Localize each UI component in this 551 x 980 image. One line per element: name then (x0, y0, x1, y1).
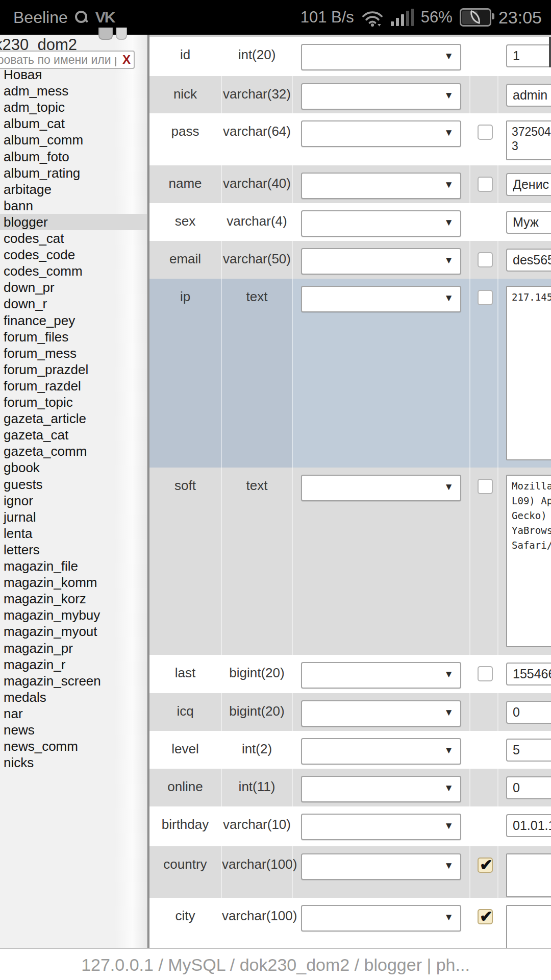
table-row: sex varchar(4) ▼ (149, 203, 551, 241)
sidebar-item-gazeta_comm[interactable]: gazeta_comm (0, 443, 147, 459)
sidebar-item-nicks[interactable]: nicks (0, 754, 147, 771)
chevron-down-icon: ▼ (444, 90, 454, 101)
sidebar-item-magazin_myout[interactable]: magazin_myout (0, 623, 147, 640)
sidebar-item-magazin_korz[interactable]: magazin_korz (0, 591, 147, 607)
function-select[interactable]: ▼ (301, 738, 461, 765)
function-select[interactable]: ▼ (301, 286, 461, 312)
null-checkbox[interactable] (478, 125, 493, 140)
sidebar-item-album_foto[interactable]: album_foto (0, 149, 147, 165)
null-checkbox[interactable] (478, 857, 493, 873)
function-select[interactable]: ▼ (301, 210, 461, 237)
sidebar-item-medals[interactable]: medals (0, 689, 147, 705)
sidebar-item-forum_files[interactable]: forum_files (0, 329, 147, 345)
function-select[interactable]: ▼ (301, 248, 461, 275)
value-textarea-soft[interactable]: Mozilla/ L09) App Gecko) C YaBrowse Safa… (506, 475, 551, 647)
value-input-id[interactable] (506, 44, 551, 67)
null-checkbox[interactable] (478, 290, 493, 305)
value-textarea-city[interactable] (506, 905, 551, 948)
sidebar-item-arbitage[interactable]: arbitage (0, 181, 147, 198)
sidebar-item-magazin_pr[interactable]: magazin_pr (0, 640, 147, 656)
chevron-down-icon: ▼ (444, 669, 454, 680)
function-select[interactable]: ▼ (301, 173, 461, 199)
chevron-down-icon: ▼ (444, 217, 454, 228)
function-select[interactable]: ▼ (301, 120, 461, 147)
sidebar-item-jurnal[interactable]: jurnal (0, 509, 147, 525)
net-speed-label: 101 B/s (300, 8, 354, 27)
function-select[interactable]: ▼ (301, 905, 461, 932)
field-name: nick (173, 86, 197, 102)
value-textarea-country[interactable] (506, 853, 551, 897)
sidebar-item-bann[interactable]: bann (0, 198, 147, 214)
function-select[interactable]: ▼ (301, 44, 461, 70)
sidebar-item-codes_cat[interactable]: codes_cat (0, 230, 147, 247)
sidebar-item-gazeta_article[interactable]: gazeta_article (0, 410, 147, 427)
sidebar-item-forum_razdel[interactable]: forum_razdel (0, 378, 147, 394)
clear-filter-icon[interactable]: X (122, 53, 131, 67)
scrollbar-thumb[interactable] (549, 37, 551, 67)
value-input-birthday[interactable] (506, 814, 551, 837)
sidebar-item-forum_mess[interactable]: forum_mess (0, 345, 147, 361)
chevron-down-icon: ▼ (444, 860, 454, 871)
sidebar-item-gazeta_cat[interactable]: gazeta_cat (0, 427, 147, 443)
value-input-nick[interactable] (506, 84, 551, 107)
sidebar-scroll-tab[interactable] (98, 28, 113, 40)
value-input-email[interactable] (506, 249, 551, 272)
sidebar-item-ignor[interactable]: ignor (0, 493, 147, 509)
null-checkbox[interactable] (478, 252, 493, 267)
sidebar-item-album_comm[interactable]: album_comm (0, 132, 147, 148)
sidebar-item-magazin_komm[interactable]: magazin_komm (0, 574, 147, 591)
sidebar-item-lenta[interactable]: lenta (0, 525, 147, 542)
function-select[interactable]: ▼ (301, 776, 461, 802)
function-select[interactable]: ▼ (301, 700, 461, 727)
sidebar-item-gbook[interactable]: gbook (0, 459, 147, 476)
sidebar-item-magazin_file[interactable]: magazin_file (0, 558, 147, 574)
status-bar-right: 101 B/s 56% 23:05 (300, 8, 542, 28)
value-input-sex[interactable] (506, 211, 551, 234)
sidebar-item-forum_topic[interactable]: forum_topic (0, 394, 147, 410)
table-row: city varchar(100) ▼ (149, 898, 551, 948)
sidebar-item-news_comm[interactable]: news_comm (0, 738, 147, 754)
field-name: level (171, 741, 198, 757)
status-bar-left: Beeline VK (13, 8, 114, 27)
sidebar-item-forum_prazdel[interactable]: forum_prazdel (0, 361, 147, 378)
sidebar-item-magazin_mybuy[interactable]: magazin_mybuy (0, 607, 147, 623)
sidebar-item-adm_mess[interactable]: adm_mess (0, 83, 147, 99)
value-input-level[interactable] (506, 739, 551, 762)
sidebar-item-codes_comm[interactable]: codes_comm (0, 263, 147, 279)
value-textarea-ip[interactable]: 217.145. (506, 286, 551, 460)
value-input-name[interactable] (506, 173, 551, 196)
value-textarea-pass[interactable]: 37250459 3 (506, 120, 551, 160)
sidebar-item-finance_pey[interactable]: finance_pey (0, 312, 147, 329)
sidebar-item-letters[interactable]: letters (0, 542, 147, 558)
sidebar-item-album_rating[interactable]: album_rating (0, 165, 147, 181)
field-type: varchar(10) (223, 817, 291, 832)
function-select[interactable]: ▼ (301, 814, 461, 840)
sidebar-item-blogger[interactable]: blogger (0, 214, 147, 230)
function-select[interactable]: ▼ (301, 83, 461, 110)
function-select[interactable]: ▼ (301, 662, 461, 689)
null-checkbox[interactable] (478, 479, 493, 494)
function-select[interactable]: ▼ (301, 853, 461, 880)
sidebar-item-magazin_screen[interactable]: magazin_screen (0, 673, 147, 689)
sidebar-item-nar[interactable]: nar (0, 705, 147, 722)
value-input-icq[interactable] (506, 701, 551, 724)
sidebar-item-down_pr[interactable]: down_pr (0, 279, 147, 296)
sidebar-item-down_r[interactable]: down_r (0, 296, 147, 312)
null-checkbox[interactable] (478, 177, 493, 192)
function-select[interactable]: ▼ (301, 475, 461, 501)
sidebar-item-adm_topic[interactable]: adm_topic (0, 99, 147, 115)
sidebar-item-album_cat[interactable]: album_cat (0, 115, 147, 132)
sidebar-item-magazin_r[interactable]: magazin_r (0, 656, 147, 673)
sidebar-item-codes_code[interactable]: codes_code (0, 247, 147, 263)
field-type: text (246, 478, 268, 494)
null-checkbox[interactable] (478, 666, 493, 681)
chevron-down-icon: ▼ (444, 255, 454, 266)
null-checkbox[interactable] (478, 909, 493, 924)
browser-title-bar[interactable]: 127.0.0.1 / MySQL / dok230_dom2 / blogge… (0, 948, 551, 980)
sidebar-item-Новая[interactable]: Новая (0, 66, 147, 83)
sidebar-item-news[interactable]: news (0, 722, 147, 738)
value-input-online[interactable] (506, 776, 551, 799)
sidebar-scroll-tab-secondary[interactable] (116, 28, 127, 40)
sidebar-item-guests[interactable]: guests (0, 476, 147, 493)
value-input-last[interactable] (506, 663, 551, 685)
